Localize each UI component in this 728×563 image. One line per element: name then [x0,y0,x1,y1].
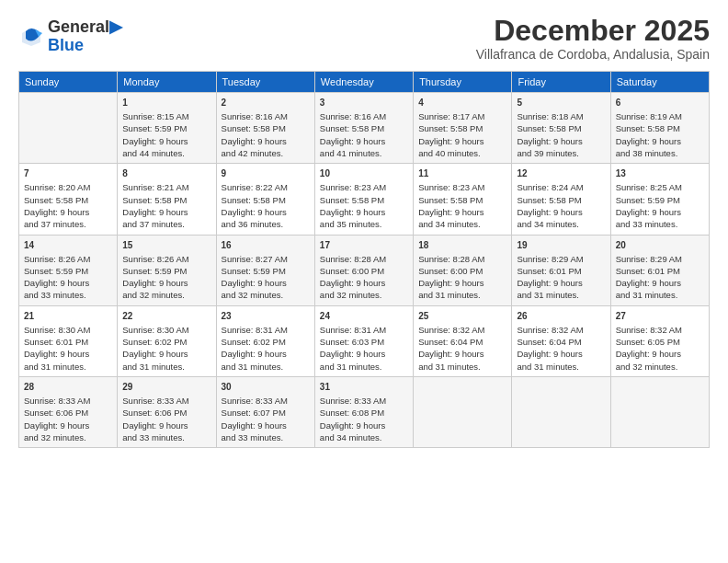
cell-content-line: and 38 minutes. [616,147,704,159]
cell-content-line: Sunset: 6:00 PM [418,265,506,277]
cell-content-line: Sunrise: 8:26 AM [122,253,210,265]
calendar-cell: 2Sunrise: 8:16 AMSunset: 5:58 PMDaylight… [216,93,314,164]
cell-content-line: Daylight: 9 hours [418,206,506,218]
day-number: 25 [418,310,506,323]
cell-content-line: and 33 minutes. [616,218,704,230]
cell-content-line: Sunset: 5:58 PM [24,194,112,206]
calendar-cell [512,376,610,447]
cell-content-line: and 31 minutes. [24,361,112,373]
cell-content-line: Daylight: 9 hours [222,277,310,289]
calendar-table: SundayMondayTuesdayWednesdayThursdayFrid… [18,71,710,448]
cell-content-line: and 33 minutes. [24,289,112,301]
cell-content-line: Sunrise: 8:31 AM [222,324,310,336]
cell-content-line: Sunset: 5:59 PM [122,122,210,134]
cell-content-line: Sunset: 5:58 PM [517,194,605,206]
cell-content-line: and 34 minutes. [418,218,506,230]
day-number: 17 [320,239,408,252]
cell-content-line: Sunset: 5:59 PM [616,194,704,206]
calendar-cell: 1Sunrise: 8:15 AMSunset: 5:59 PMDaylight… [118,93,216,164]
cell-content-line: and 37 minutes. [122,218,210,230]
cell-content-line: Sunset: 6:04 PM [418,336,506,348]
cell-content-line: Daylight: 9 hours [616,277,704,289]
day-number: 21 [24,310,112,323]
cell-content-line: Sunrise: 8:20 AM [24,181,112,193]
day-number: 7 [24,167,112,180]
week-row-4: 21Sunrise: 8:30 AMSunset: 6:01 PMDayligh… [19,305,710,376]
calendar-cell: 27Sunrise: 8:32 AMSunset: 6:05 PMDayligh… [610,305,709,376]
cell-content-line: Sunrise: 8:19 AM [616,110,704,122]
cell-content-line: Sunset: 6:01 PM [517,265,605,277]
day-number: 30 [222,381,310,394]
cell-content-line: and 34 minutes. [320,431,408,443]
cell-content-line: Sunrise: 8:29 AM [517,253,605,265]
column-header-friday: Friday [512,72,610,93]
cell-content-line: Sunrise: 8:33 AM [24,395,112,407]
calendar-cell: 7Sunrise: 8:20 AMSunset: 5:58 PMDaylight… [19,164,118,235]
cell-content-line: Daylight: 9 hours [320,277,408,289]
cell-content-line: Sunset: 5:59 PM [222,265,310,277]
cell-content-line: Sunrise: 8:24 AM [517,181,605,193]
week-row-2: 7Sunrise: 8:20 AMSunset: 5:58 PMDaylight… [19,164,710,235]
cell-content-line: Daylight: 9 hours [418,277,506,289]
cell-content-line: Daylight: 9 hours [616,206,704,218]
column-header-thursday: Thursday [414,72,512,93]
cell-content-line: Daylight: 9 hours [122,135,210,147]
cell-content-line: Daylight: 9 hours [320,348,408,360]
logo: General▶ Blue [18,18,122,55]
cell-content-line: and 36 minutes. [222,218,310,230]
cell-content-line: Sunrise: 8:25 AM [616,181,704,193]
calendar-cell: 16Sunrise: 8:27 AMSunset: 5:59 PMDayligh… [216,235,314,305]
day-number: 29 [122,381,210,394]
day-number: 6 [616,97,704,109]
cell-content-line: Sunset: 5:58 PM [320,122,408,134]
cell-content-line: Sunset: 5:58 PM [517,122,605,134]
day-number: 4 [418,97,506,109]
week-row-1: 1Sunrise: 8:15 AMSunset: 5:59 PMDaylight… [19,93,710,164]
calendar-cell: 31Sunrise: 8:33 AMSunset: 6:08 PMDayligh… [314,376,413,447]
calendar-cell: 23Sunrise: 8:31 AMSunset: 6:02 PMDayligh… [216,305,314,376]
cell-content-line: Sunrise: 8:32 AM [418,324,506,336]
day-number: 9 [222,167,310,180]
cell-content-line: and 39 minutes. [517,147,605,159]
cell-content-line: and 32 minutes. [122,289,210,301]
cell-content-line: and 40 minutes. [418,147,506,159]
column-header-monday: Monday [118,72,216,93]
calendar-cell: 10Sunrise: 8:23 AMSunset: 5:58 PMDayligh… [314,164,413,235]
cell-content-line: Sunrise: 8:30 AM [24,324,112,336]
calendar-cell: 21Sunrise: 8:30 AMSunset: 6:01 PMDayligh… [19,305,118,376]
cell-content-line: Sunrise: 8:17 AM [418,110,506,122]
logo-icon [18,24,44,50]
calendar-cell: 28Sunrise: 8:33 AMSunset: 6:06 PMDayligh… [19,376,118,447]
calendar-cell: 18Sunrise: 8:28 AMSunset: 6:00 PMDayligh… [414,235,512,305]
day-number: 16 [222,239,310,252]
cell-content-line: and 31 minutes. [418,289,506,301]
cell-content-line: Sunrise: 8:22 AM [222,181,310,193]
day-number: 11 [418,167,506,180]
day-number: 10 [320,167,408,180]
day-number: 2 [222,97,310,109]
cell-content-line: Daylight: 9 hours [418,135,506,147]
cell-content-line: Sunrise: 8:33 AM [320,395,408,407]
cell-content-line: Sunset: 6:06 PM [24,407,112,419]
cell-content-line: Sunset: 5:58 PM [222,194,310,206]
cell-content-line: Daylight: 9 hours [418,348,506,360]
week-row-5: 28Sunrise: 8:33 AMSunset: 6:06 PMDayligh… [19,376,710,447]
day-number: 18 [418,239,506,252]
cell-content-line: Sunrise: 8:33 AM [222,395,310,407]
header: General▶ Blue December 2025 Villafranca … [18,15,710,62]
cell-content-line: Sunrise: 8:16 AM [320,110,408,122]
day-number: 14 [24,239,112,252]
cell-content-line: and 33 minutes. [122,431,210,443]
cell-content-line: Sunset: 5:58 PM [418,122,506,134]
cell-content-line: and 32 minutes. [616,361,704,373]
calendar-cell: 8Sunrise: 8:21 AMSunset: 5:58 PMDaylight… [118,164,216,235]
cell-content-line: Sunset: 6:04 PM [517,336,605,348]
day-number: 24 [320,310,408,323]
day-number: 28 [24,381,112,394]
cell-content-line: and 33 minutes. [222,431,310,443]
cell-content-line: Sunset: 6:00 PM [320,265,408,277]
cell-content-line: Sunrise: 8:32 AM [616,324,704,336]
calendar-cell: 6Sunrise: 8:19 AMSunset: 5:58 PMDaylight… [610,93,709,164]
cell-content-line: Sunset: 6:02 PM [222,336,310,348]
calendar-cell: 26Sunrise: 8:32 AMSunset: 6:04 PMDayligh… [512,305,610,376]
